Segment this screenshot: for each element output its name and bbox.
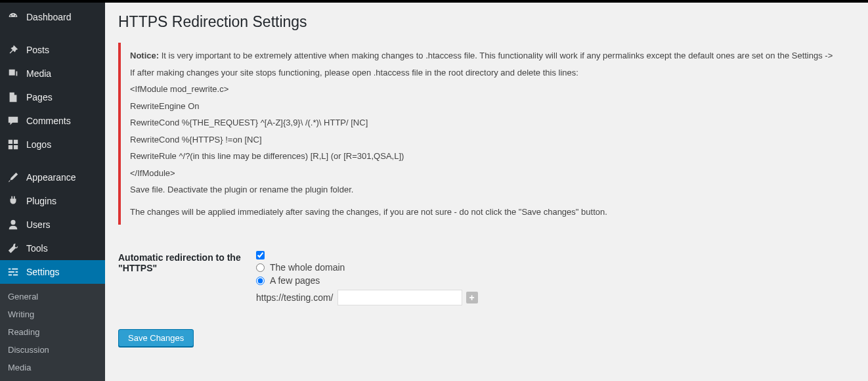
notice-code: RewriteCond %{HTTPS} !=on [NC] xyxy=(130,133,855,146)
save-changes-button[interactable]: Save Changes xyxy=(118,329,194,347)
settings-form: Automatic redirection to the "HTTPS" The… xyxy=(118,244,855,312)
pin-icon xyxy=(7,43,20,56)
sidebar-item-posts[interactable]: Posts xyxy=(0,38,105,62)
dashboard-icon xyxy=(7,11,20,24)
notice-line: Save file. Deactivate the plugin or rena… xyxy=(130,183,855,196)
notice-code: RewriteEngine On xyxy=(130,100,855,113)
sidebar-item-label: Tools xyxy=(26,243,48,254)
sidebar-item-dashboard[interactable]: Dashboard xyxy=(0,5,105,29)
radio-label: The whole domain xyxy=(270,262,345,273)
notice-line: Notice: It is very important to be extre… xyxy=(130,49,855,62)
sidebar-item-label: Pages xyxy=(26,92,53,102)
sidebar-item-label: Posts xyxy=(26,45,49,55)
pages-icon xyxy=(7,91,20,104)
submenu-general[interactable]: General xyxy=(0,288,105,305)
brush-icon xyxy=(7,171,20,184)
radio-whole-domain[interactable] xyxy=(256,263,265,272)
media-icon xyxy=(7,67,20,80)
sidebar-item-comments[interactable]: Comments xyxy=(0,109,105,133)
notice-code: RewriteRule ^/?(in this line may be diff… xyxy=(130,150,855,163)
sidebar-item-label: Plugins xyxy=(26,196,56,206)
user-icon xyxy=(7,218,20,231)
sidebar-item-label: Dashboard xyxy=(26,12,72,22)
sidebar-item-pages[interactable]: Pages xyxy=(0,85,105,109)
sidebar-item-settings[interactable]: Settings xyxy=(0,260,105,284)
submenu-writing[interactable]: Writing xyxy=(0,305,105,323)
sidebar-item-label: Media xyxy=(26,68,51,79)
sliders-icon xyxy=(7,265,20,279)
sidebar-item-label: Comments xyxy=(26,116,71,126)
notice-line: If after making changes your site stops … xyxy=(130,66,855,79)
settings-submenu: General Writing Reading Discussion Media… xyxy=(0,284,105,381)
add-page-button[interactable]: + xyxy=(466,292,478,303)
wrench-icon xyxy=(7,242,20,255)
auto-redirect-checkbox[interactable] xyxy=(256,251,265,259)
radio-label: A few pages xyxy=(270,275,320,286)
page-title: HTTPS Redirection Settings xyxy=(118,13,855,31)
notice-code: </IfModule> xyxy=(130,167,855,180)
blocks-icon xyxy=(7,138,20,151)
notice-strong: Notice: xyxy=(130,51,159,60)
plug-icon xyxy=(7,194,20,208)
warning-notice: Notice: It is very important to be extre… xyxy=(118,43,855,225)
page-path-input[interactable] xyxy=(337,290,462,305)
notice-code: <IfModule mod_rewrite.c> xyxy=(130,83,855,96)
sidebar-item-label: Logos xyxy=(26,139,51,150)
submenu-permalinks[interactable]: Permalinks xyxy=(0,376,105,381)
content-area: HTTPS Redirection Settings Notice: It is… xyxy=(105,0,868,381)
notice-code: RewriteCond %{THE_REQUEST} ^[A-Z]{3,9}\ … xyxy=(130,116,855,129)
submenu-reading[interactable]: Reading xyxy=(0,323,105,341)
sidebar-item-logos[interactable]: Logos xyxy=(0,133,105,156)
sidebar-item-label: Appearance xyxy=(26,172,76,183)
sidebar-item-users[interactable]: Users xyxy=(0,213,105,236)
url-prefix: https://testing.com/ xyxy=(256,292,334,303)
sidebar-item-label: Users xyxy=(26,219,51,230)
notice-line: The changes will be applied immediately … xyxy=(130,206,855,219)
sidebar-item-media[interactable]: Media xyxy=(0,62,105,85)
sidebar-item-tools[interactable]: Tools xyxy=(0,236,105,260)
comment-icon xyxy=(7,114,20,127)
submenu-media[interactable]: Media xyxy=(0,359,105,376)
notice-text: It is very important to be extremely att… xyxy=(159,51,833,60)
sidebar-item-appearance[interactable]: Appearance xyxy=(0,166,105,189)
radio-few-pages[interactable] xyxy=(256,277,265,285)
admin-sidebar: Dashboard Posts Media Pages Comments Log… xyxy=(0,0,105,381)
admin-bar xyxy=(0,0,868,3)
sidebar-item-plugins[interactable]: Plugins xyxy=(0,189,105,213)
field-label: Automatic redirection to the "HTTPS" xyxy=(118,244,250,312)
submenu-discussion[interactable]: Discussion xyxy=(0,341,105,359)
sidebar-item-label: Settings xyxy=(26,267,60,277)
